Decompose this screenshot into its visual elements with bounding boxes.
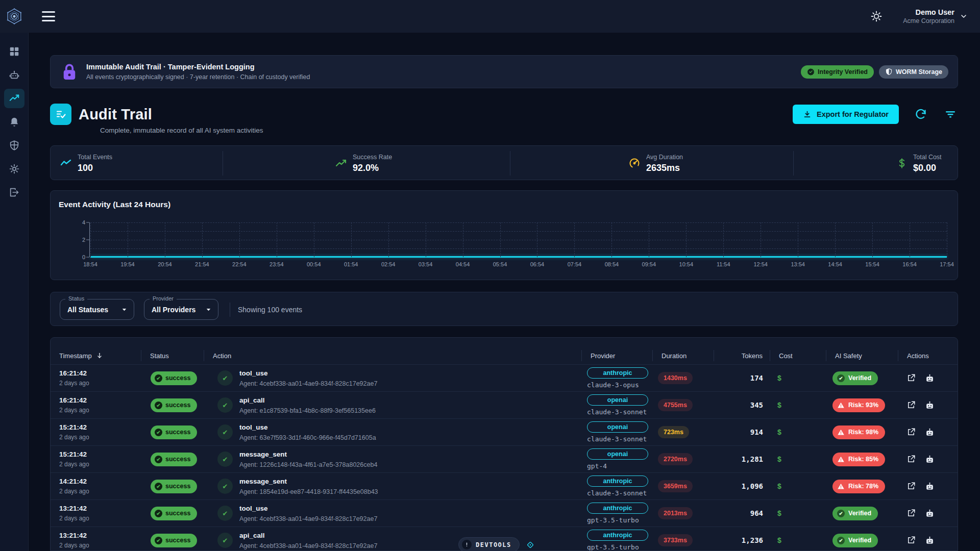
x-tick-label: 07:54 bbox=[568, 261, 582, 267]
sun-icon bbox=[870, 10, 883, 22]
table-row[interactable]: 13:21:42 2 days ago ✔ success ✔ tool_use… bbox=[51, 499, 958, 527]
view-agent-button[interactable] bbox=[925, 536, 935, 545]
agent-id: Agent: 63e7f593-3d1f-460c-966e-f45d7d716… bbox=[239, 434, 376, 441]
x-tick-label: 03:54 bbox=[419, 261, 433, 267]
status-badge: ✔ success bbox=[151, 480, 197, 493]
status-label: success bbox=[165, 483, 190, 490]
user-menu[interactable]: Demo User Acme Corporation bbox=[903, 8, 968, 24]
stat-avg-duration: Avg Duration2635ms bbox=[628, 146, 683, 181]
sidebar-item-settings[interactable] bbox=[4, 159, 24, 179]
status-label: success bbox=[165, 510, 190, 517]
view-agent-button[interactable] bbox=[925, 482, 935, 491]
status-filter-select[interactable]: Status All Statuses bbox=[60, 299, 134, 320]
open-event-button[interactable] bbox=[906, 428, 916, 437]
chevron-down-icon bbox=[960, 12, 968, 20]
stat-value: 2635ms bbox=[646, 163, 683, 173]
sidebar-item-dashboard[interactable] bbox=[4, 42, 24, 61]
table-row[interactable]: 16:21:42 2 days ago ✔ success ✔ tool_use… bbox=[51, 364, 958, 391]
menu-toggle-icon[interactable] bbox=[42, 11, 55, 21]
event-time: 13:21:42 bbox=[59, 532, 141, 539]
sidebar-item-security[interactable] bbox=[4, 136, 24, 155]
user-organization: Acme Corporation bbox=[903, 17, 954, 24]
external-link-icon bbox=[906, 373, 916, 383]
status-badge: ✔ success bbox=[151, 534, 197, 547]
devtools-widget[interactable]: DEVTOOLS bbox=[458, 537, 535, 551]
table-body: 16:21:42 2 days ago ✔ success ✔ tool_use… bbox=[51, 364, 958, 551]
checklist-icon bbox=[55, 108, 67, 120]
table-row[interactable]: 15:21:42 2 days ago ✔ success ✔ tool_use… bbox=[51, 418, 958, 445]
column-header-actions[interactable]: Actions bbox=[898, 350, 958, 361]
page-title: Audit Trail bbox=[79, 106, 152, 123]
view-agent-button[interactable] bbox=[925, 455, 935, 464]
column-header-status[interactable]: Status bbox=[141, 350, 204, 361]
ai-safety-label: Verified bbox=[848, 537, 871, 544]
theme-toggle-button[interactable] bbox=[870, 10, 883, 22]
sidebar-item-logout[interactable] bbox=[4, 183, 24, 202]
lock-icon bbox=[62, 63, 77, 81]
token-count: 964 bbox=[714, 509, 770, 517]
x-axis-labels: 18:5419:5420:5421:5422:5423:5400:5401:54… bbox=[90, 261, 947, 268]
x-tick-label: 05:54 bbox=[493, 261, 507, 267]
filter-bar: Status All Statuses Provider All Provide… bbox=[50, 292, 958, 326]
external-link-icon bbox=[906, 509, 916, 518]
verified-check-icon: ✔ bbox=[837, 510, 845, 517]
check-icon: ✔ bbox=[155, 429, 162, 436]
view-agent-button[interactable] bbox=[925, 373, 935, 383]
download-icon bbox=[803, 110, 812, 119]
table-row[interactable]: 14:21:42 2 days ago ✔ success ✔ message_… bbox=[51, 472, 958, 499]
open-event-button[interactable] bbox=[906, 509, 916, 518]
sidebar-item-audit-activity[interactable] bbox=[4, 89, 24, 108]
x-tick-label: 09:54 bbox=[642, 261, 656, 267]
model-name: gpt-3.5-turbo bbox=[587, 543, 653, 551]
column-header-ai-safety[interactable]: AI Safety bbox=[826, 350, 898, 361]
action-name: tool_use bbox=[239, 423, 376, 431]
event-relative-time: 2 days ago bbox=[59, 542, 141, 549]
devtools-target-icon[interactable] bbox=[526, 540, 535, 549]
status-label: success bbox=[165, 537, 190, 544]
warning-triangle-icon bbox=[837, 456, 845, 463]
success-check-icon: ✔ bbox=[217, 370, 233, 386]
column-header-action[interactable]: Action bbox=[204, 350, 582, 361]
check-icon: ✔ bbox=[155, 374, 162, 382]
view-agent-button[interactable] bbox=[925, 400, 935, 410]
export-for-regulator-button[interactable]: Export for Regulator bbox=[793, 105, 899, 124]
filter-button[interactable] bbox=[943, 107, 958, 122]
agent-id: Agent: 4cebf338-aa01-4ae9-834f-828c17e92… bbox=[239, 515, 377, 522]
robot-icon bbox=[925, 455, 935, 464]
app-logo[interactable] bbox=[0, 0, 29, 33]
ai-safety-badge: ✔ Verified bbox=[832, 534, 878, 547]
open-event-button[interactable] bbox=[906, 482, 916, 491]
open-event-button[interactable] bbox=[906, 373, 916, 383]
event-time: 16:21:42 bbox=[59, 369, 141, 377]
x-tick-label: 00:54 bbox=[307, 261, 321, 267]
sidebar-item-alerts[interactable] bbox=[4, 112, 24, 132]
refresh-button[interactable] bbox=[913, 107, 928, 122]
ai-safety-label: Risk: 85% bbox=[848, 456, 878, 463]
audit-events-table: Timestamp Status Action Provider Duratio… bbox=[50, 337, 958, 551]
column-header-duration[interactable]: Duration bbox=[653, 350, 714, 361]
open-event-button[interactable] bbox=[906, 400, 916, 410]
view-agent-button[interactable] bbox=[925, 428, 935, 437]
column-header-timestamp[interactable]: Timestamp bbox=[51, 350, 141, 361]
x-tick-label: 23:54 bbox=[270, 261, 284, 267]
sidebar-item-agents[interactable] bbox=[4, 65, 24, 85]
success-check-icon: ✔ bbox=[217, 452, 233, 467]
column-header-tokens[interactable]: Tokens bbox=[714, 350, 770, 361]
column-header-provider[interactable]: Provider bbox=[582, 350, 653, 361]
stats-bar: Total Events100 Success Rate92.0% Avg Du… bbox=[50, 145, 958, 180]
table-row[interactable]: 16:21:42 2 days ago ✔ success ✔ api_call… bbox=[51, 391, 958, 418]
table-row[interactable]: 15:21:42 2 days ago ✔ success ✔ message_… bbox=[51, 445, 958, 472]
banner-subtitle: All events cryptographically signed · 7-… bbox=[86, 73, 801, 81]
success-check-icon: ✔ bbox=[217, 506, 233, 521]
ai-safety-label: Risk: 78% bbox=[848, 483, 878, 490]
view-agent-button[interactable] bbox=[925, 509, 935, 518]
open-event-button[interactable] bbox=[906, 536, 916, 545]
check-icon: ✔ bbox=[155, 456, 162, 463]
token-count: 914 bbox=[714, 428, 770, 436]
devtools-pill[interactable]: DEVTOOLS bbox=[458, 537, 520, 551]
integrity-verified-badge: Integrity Verified bbox=[801, 65, 874, 79]
robot-icon bbox=[9, 69, 20, 81]
provider-filter-select[interactable]: Provider All Providers bbox=[144, 299, 218, 320]
open-event-button[interactable] bbox=[906, 455, 916, 464]
column-header-cost[interactable]: Cost bbox=[770, 350, 826, 361]
